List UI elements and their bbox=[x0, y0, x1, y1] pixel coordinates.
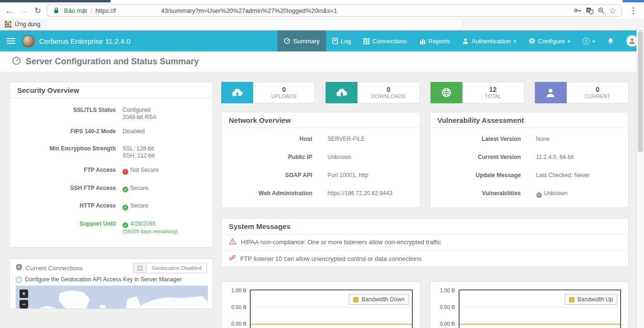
window-frame bbox=[0, 0, 111, 2]
page-title-bar: Server Configuration and Status Summary bbox=[0, 51, 644, 72]
bandwidth-down-series bbox=[251, 324, 412, 325]
unknown-icon: − bbox=[536, 192, 542, 198]
tab-connections[interactable]: Connections bbox=[357, 30, 413, 51]
notifications-button[interactable] bbox=[601, 30, 620, 51]
system-message: FTP listener 10 can allow unencrypted co… bbox=[222, 250, 628, 267]
brand-title: Cerberus Enterprise 11.2.4.0 bbox=[39, 37, 131, 45]
globe-icon bbox=[16, 264, 22, 272]
system-messages-panel: System Messages HIPAA non-compliance: On… bbox=[221, 218, 629, 267]
stat-label: DOWNLOADS bbox=[371, 93, 406, 99]
map-zoom-in-button[interactable]: + bbox=[20, 289, 28, 298]
back-button[interactable]: ← bbox=[5, 6, 14, 15]
scrollbar-thumb[interactable] bbox=[638, 31, 643, 152]
bandwidth-down-chart: 1.00 B 0.50 B 0.00 B Bandwidth Down bbox=[221, 281, 420, 328]
tab-configure[interactable]: Configure ▾ bbox=[522, 30, 576, 51]
total-stat: 12 TOTAL bbox=[430, 82, 524, 103]
secure-label: Bảo mật bbox=[64, 7, 87, 14]
current-connections-panel: Current Connections Geolocation Disabled… bbox=[10, 258, 213, 309]
active-tab-edge bbox=[111, 0, 623, 2]
world-map[interactable]: + − bbox=[16, 286, 207, 309]
error-icon: ! bbox=[123, 169, 128, 175]
chart-plot-area: Bandwidth Up bbox=[459, 289, 622, 328]
app-navbar: Cerberus Enterprise 11.2.4.0 Summary Log… bbox=[0, 30, 644, 51]
page-title: Server Configuration and Status Summary bbox=[26, 57, 199, 67]
apps-grid-icon[interactable] bbox=[5, 21, 11, 28]
panel-title: Network Overview bbox=[222, 112, 420, 128]
y-axis: 1.00 B 0.50 B 0.00 B bbox=[229, 289, 250, 328]
map-zoom-out-button[interactable]: − bbox=[20, 300, 28, 308]
uploads-stat: 0 UPLOADS bbox=[221, 82, 315, 103]
vulnerability-row: Latest VersionNone bbox=[438, 136, 622, 142]
stat-label: TOTAL bbox=[485, 93, 501, 99]
tab-summary[interactable]: Summary bbox=[277, 30, 326, 51]
apps-shortcut[interactable]: Ứng dụng bbox=[15, 21, 41, 28]
forward-button[interactable]: → bbox=[20, 6, 29, 15]
translate-icon[interactable]: A bbox=[585, 6, 594, 15]
vulnerability-row: Current Version11.2.4.0, 64-bit bbox=[438, 154, 622, 160]
chart-legend: Bandwidth Up bbox=[565, 294, 617, 305]
tab-reports[interactable]: Reports bbox=[413, 30, 457, 51]
security-overview-panel: Security Overview SSL/TLS Status Configu… bbox=[10, 82, 213, 248]
stat-label: UPLOADS bbox=[271, 93, 296, 99]
menu-toggle-icon[interactable] bbox=[0, 30, 22, 51]
panel-title: Vulnerability Assessment bbox=[430, 112, 629, 128]
vulnerability-assessment-panel: Vulnerability Assessment Latest VersionN… bbox=[430, 112, 629, 208]
reload-button[interactable]: ↻ bbox=[34, 6, 41, 16]
checkbox-icon bbox=[133, 263, 147, 273]
help-menu[interactable]: i ▾ bbox=[576, 30, 601, 51]
bell-icon bbox=[607, 38, 614, 45]
browser-menu-icon[interactable]: ⋮ bbox=[627, 6, 639, 16]
tab-log[interactable]: Log bbox=[326, 30, 358, 51]
address-bar[interactable]: Bảo mật | https://f43/summary?m=User%20%… bbox=[47, 4, 622, 17]
lock-icon bbox=[52, 6, 61, 15]
check-icon: ✓ bbox=[123, 205, 128, 210]
warning-icon bbox=[229, 238, 236, 246]
user-icon bbox=[535, 82, 567, 103]
stat-value: 0 bbox=[595, 86, 599, 93]
window-frame-right bbox=[623, 0, 644, 2]
cloud-download-icon bbox=[326, 82, 358, 103]
stat-value: 0 bbox=[282, 86, 286, 93]
url-separator: | bbox=[91, 7, 92, 14]
url-text: https://f43/summary?m=User%20%27admin%27… bbox=[95, 7, 337, 14]
map-graphic bbox=[16, 286, 208, 309]
cloud-upload-icon bbox=[221, 82, 253, 103]
gauge-icon bbox=[12, 56, 21, 67]
stat-label: CURRENT bbox=[584, 93, 610, 99]
grid-icon bbox=[363, 38, 369, 44]
bookmark-star-icon[interactable]: ☆ bbox=[609, 6, 616, 16]
stat-value: 12 bbox=[489, 86, 497, 93]
network-row: HostSERVER-FILE bbox=[229, 136, 413, 142]
network-row: Public IPUnknown bbox=[229, 154, 413, 160]
user-icon bbox=[462, 38, 469, 44]
tab-authentication[interactable]: Authentication ▾ bbox=[456, 30, 522, 51]
chart-legend: Bandwidth Down bbox=[349, 294, 409, 305]
page-scrollbar[interactable] bbox=[636, 30, 644, 328]
stat-value: 0 bbox=[387, 86, 390, 93]
redacted-bookmarks-area bbox=[48, 20, 462, 29]
zoom-out-icon[interactable] bbox=[597, 6, 606, 15]
globe-icon bbox=[430, 82, 462, 103]
geolocation-toggle[interactable]: Geolocation Disabled bbox=[133, 263, 207, 273]
legend-swatch bbox=[353, 297, 358, 302]
cerberus-logo bbox=[22, 35, 35, 48]
system-message: HIPAA non-compliance: One or more listen… bbox=[222, 234, 628, 250]
panel-title: Security Overview bbox=[10, 82, 213, 98]
network-row: Web Administrationhttps://186.72.20.62:8… bbox=[229, 190, 413, 197]
security-row: Support Until ✓4/28/2065(16029 days rema… bbox=[20, 220, 202, 236]
panel-title: Current Connections bbox=[26, 265, 82, 272]
chevron-down-icon: ▾ bbox=[514, 39, 516, 44]
bandwidth-up-series bbox=[460, 324, 621, 325]
y-axis: 1.00 B 0.50 B 0.00 B bbox=[438, 289, 459, 328]
window-top-edge bbox=[0, 0, 644, 2]
gauge-icon bbox=[284, 38, 290, 44]
current-stat: 0 CURRENT bbox=[535, 82, 629, 103]
security-row: SSL/TLS Status Configured2048-bit RSA bbox=[20, 107, 202, 121]
legend-swatch bbox=[569, 297, 574, 302]
link-icon bbox=[229, 254, 236, 263]
check-icon: ✓ bbox=[123, 222, 128, 228]
security-row: Min Encryption Strength SSL: 128-bitSSH:… bbox=[20, 145, 202, 159]
network-row: SOAP APIPort 10001, http bbox=[229, 172, 413, 179]
geolocation-info-text: Configure the Geolocation API Access Key… bbox=[25, 276, 182, 283]
key-icon[interactable] bbox=[573, 6, 582, 15]
